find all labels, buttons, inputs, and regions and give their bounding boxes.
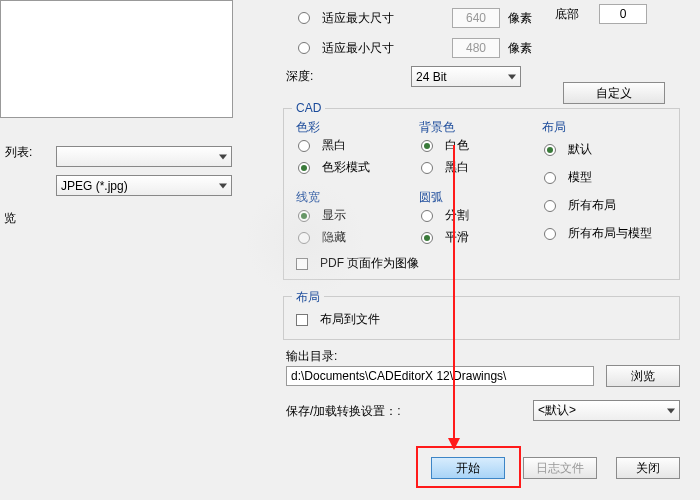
depth-value: 24 Bit [416, 70, 447, 84]
cad-group: CAD 色彩 黑白 色彩模式 背景色 白色 黑白 布局 默认 模型 所有布局 所… [283, 108, 680, 280]
bg-black-radio[interactable] [421, 162, 433, 174]
fit-max-label: 适应最大尺寸 [322, 10, 394, 27]
layout-group: 布局 布局到文件 [283, 296, 680, 340]
output-dir-input[interactable] [286, 366, 594, 386]
preview-thumbnail [0, 0, 233, 118]
bg-title: 背景色 [419, 119, 455, 136]
arc-smooth-label: 平滑 [445, 229, 469, 246]
depth-combobox[interactable]: 24 Bit [411, 66, 521, 87]
layout-allmodel-radio[interactable] [544, 228, 556, 240]
color-mode-radio[interactable] [298, 162, 310, 174]
lw-hide-label: 隐藏 [322, 229, 346, 246]
layout-model-radio[interactable] [544, 172, 556, 184]
log-button[interactable]: 日志文件 [523, 457, 597, 479]
format-combobox[interactable]: JPEG (*.jpg) [56, 175, 232, 196]
lw-hide-radio[interactable] [298, 232, 310, 244]
custom-button[interactable]: 自定义 [563, 82, 665, 104]
bg-white-radio[interactable] [421, 140, 433, 152]
px-label-2: 像素 [508, 40, 532, 57]
max-width-input[interactable]: 640 [452, 8, 500, 28]
fit-min-label: 适应最小尺寸 [322, 40, 394, 57]
fit-min-radio[interactable] [298, 42, 310, 54]
cad-group-title: CAD [292, 101, 325, 115]
layout-group-title: 布局 [292, 289, 324, 306]
layout-all-radio[interactable] [544, 200, 556, 212]
arc-title: 圆弧 [419, 189, 443, 206]
layout-allmodel-label: 所有布局与模型 [568, 225, 652, 242]
lw-title: 线宽 [296, 189, 320, 206]
lw-show-radio[interactable] [298, 210, 310, 222]
arc-split-radio[interactable] [421, 210, 433, 222]
preset-value: <默认> [538, 402, 576, 419]
preview-section-label: 览 [4, 210, 16, 227]
arc-smooth-radio[interactable] [421, 232, 433, 244]
chevron-down-icon [508, 74, 516, 79]
start-button[interactable]: 开始 [431, 457, 505, 479]
layout-title: 布局 [542, 119, 566, 136]
chevron-down-icon [219, 154, 227, 159]
browse-button[interactable]: 浏览 [606, 365, 680, 387]
preset-label: 保存/加载转换设置：: [286, 403, 401, 420]
layout-default-label: 默认 [568, 141, 592, 158]
pdf-page-label: PDF 页面作为图像 [320, 255, 419, 272]
format-value: JPEG (*.jpg) [61, 179, 128, 193]
output-dir-label: 输出目录: [286, 348, 337, 365]
fit-max-radio[interactable] [298, 12, 310, 24]
color-mode-label: 色彩模式 [322, 159, 370, 176]
bg-black-label: 黑白 [445, 159, 469, 176]
min-height-input[interactable]: 480 [452, 38, 500, 58]
arc-split-label: 分割 [445, 207, 469, 224]
depth-label: 深度: [286, 68, 313, 85]
margin-bottom-label: 底部 [555, 6, 579, 23]
lw-show-label: 显示 [322, 207, 346, 224]
list-combobox[interactable] [56, 146, 232, 167]
chevron-down-icon [667, 408, 675, 413]
preset-combobox[interactable]: <默认> [533, 400, 680, 421]
list-label: 列表: [5, 144, 32, 161]
color-bw-label: 黑白 [322, 137, 346, 154]
close-button[interactable]: 关闭 [616, 457, 680, 479]
px-label: 像素 [508, 10, 532, 27]
pdf-page-checkbox[interactable] [296, 258, 308, 270]
chevron-down-icon [219, 183, 227, 188]
margin-bottom-input[interactable]: 0 [599, 4, 647, 24]
color-title: 色彩 [296, 119, 320, 136]
layout-model-label: 模型 [568, 169, 592, 186]
bg-white-label: 白色 [445, 137, 469, 154]
layout-default-radio[interactable] [544, 144, 556, 156]
layout-to-file-label: 布局到文件 [320, 311, 380, 328]
layout-all-label: 所有布局 [568, 197, 616, 214]
layout-to-file-checkbox[interactable] [296, 314, 308, 326]
color-bw-radio[interactable] [298, 140, 310, 152]
